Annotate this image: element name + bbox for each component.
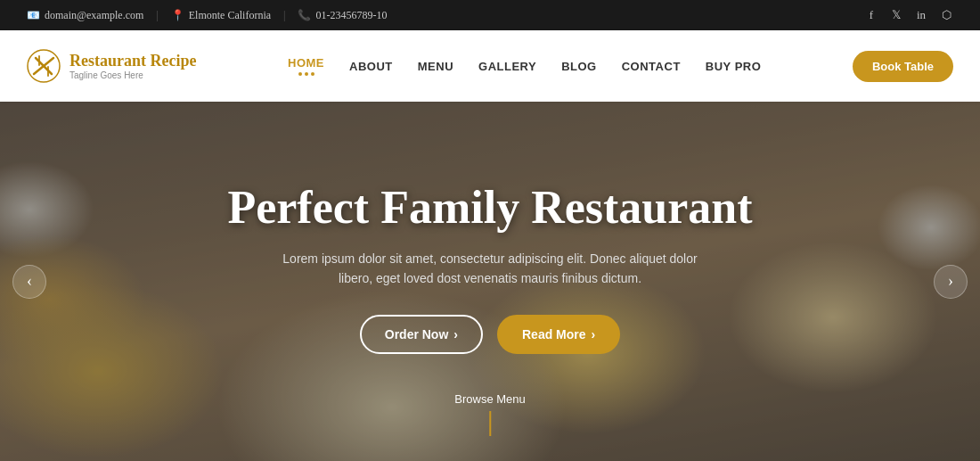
order-now-label: Order Now [385, 327, 449, 342]
nav-link-blog[interactable]: BLOG [561, 60, 597, 73]
nav-item-about[interactable]: ABOUT [349, 60, 393, 73]
divider-2: | [283, 9, 285, 22]
location-value: Elmonte California [189, 9, 271, 22]
logo-text: Restaurant Recipe Tagline Goes Here [69, 52, 196, 80]
nav-link-gallery[interactable]: GALLERY [478, 60, 536, 73]
location-info: 📍 Elmonte California [171, 9, 271, 22]
arrow-right-icon-2: › [592, 327, 596, 342]
location-icon: 📍 [171, 9, 184, 22]
browse-menu[interactable]: Browse Menu [454, 392, 525, 436]
nav-link-buypro[interactable]: BUY PRO [706, 60, 762, 73]
navbar: Restaurant Recipe Tagline Goes Here HOME… [0, 30, 980, 102]
read-more-button[interactable]: Read More › [497, 315, 620, 354]
logo-tagline: Tagline Goes Here [69, 70, 196, 80]
logo-title: Restaurant Recipe [69, 52, 196, 70]
arrow-right-icon: › [453, 327, 458, 342]
email-icon: 📧 [27, 9, 40, 22]
twitter-icon[interactable]: 𝕏 [889, 8, 903, 22]
active-indicator [288, 72, 324, 76]
browse-menu-line [489, 411, 491, 436]
instagram-icon[interactable]: ⬡ [939, 8, 953, 22]
top-bar: 📧 domain@example.com | 📍 Elmonte Califor… [0, 0, 980, 30]
hero-title: Perfect Family Restaurant [227, 182, 752, 233]
divider-1: | [156, 9, 158, 22]
browse-menu-label: Browse Menu [454, 392, 525, 406]
nav-link-contact[interactable]: CONTACT [622, 60, 681, 73]
linkedin-icon[interactable]: in [914, 8, 928, 22]
order-now-button[interactable]: Order Now › [360, 315, 483, 354]
email-info: 📧 domain@example.com [27, 9, 143, 22]
logo-icon [27, 49, 61, 83]
hero-content: Perfect Family Restaurant Lorem ipsum do… [0, 102, 980, 461]
nav-item-menu[interactable]: MENU [418, 60, 453, 73]
nav-item-buypro[interactable]: BUY PRO [706, 60, 762, 73]
social-links: f 𝕏 in ⬡ [864, 8, 953, 22]
nav-item-gallery[interactable]: GALLERY [478, 60, 536, 73]
nav-item-contact[interactable]: CONTACT [622, 60, 681, 73]
hero-section: ‹ Perfect Family Restaurant Lorem ipsum … [0, 102, 980, 461]
logo[interactable]: Restaurant Recipe Tagline Goes Here [27, 49, 196, 83]
hero-subtitle: Lorem ipsum dolor sit amet, consectetur … [267, 249, 713, 289]
nav-item-blog[interactable]: BLOG [561, 60, 597, 73]
hero-buttons: Order Now › Read More › [360, 315, 621, 354]
nav-link-menu[interactable]: MENU [418, 60, 453, 73]
carousel-prev-button[interactable]: ‹ [12, 265, 46, 299]
nav-menu: HOME ABOUT MENU GALLERY BLOG CONTACT BUY… [288, 56, 761, 76]
book-table-button[interactable]: Book Table [853, 51, 953, 82]
chevron-right-icon: › [948, 272, 953, 291]
nav-item-home[interactable]: HOME [288, 56, 324, 76]
top-bar-contact-info: 📧 domain@example.com | 📍 Elmonte Califor… [27, 9, 387, 22]
phone-value: 01-23456789-10 [315, 9, 387, 22]
nav-link-about[interactable]: ABOUT [349, 60, 393, 73]
phone-info: 📞 01-23456789-10 [298, 9, 387, 22]
chevron-left-icon: ‹ [27, 272, 32, 291]
email-value: domain@example.com [45, 9, 143, 22]
nav-link-home[interactable]: HOME [288, 56, 324, 70]
facebook-icon[interactable]: f [864, 8, 878, 22]
phone-icon: 📞 [298, 9, 311, 22]
read-more-label: Read More [522, 327, 586, 342]
carousel-next-button[interactable]: › [934, 265, 968, 299]
